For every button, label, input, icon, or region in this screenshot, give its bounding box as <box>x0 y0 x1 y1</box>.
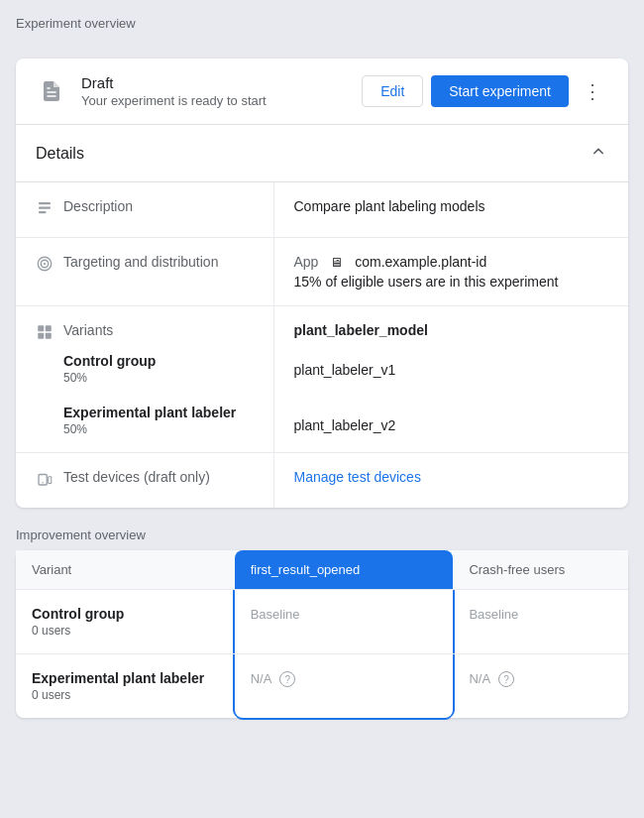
crash-free-col-header: Crash-free users <box>453 550 628 590</box>
targeting-label: Targeting and distribution <box>36 254 254 277</box>
first-result-col-header: first_result_opened <box>235 550 454 590</box>
svg-point-5 <box>44 263 46 265</box>
control-model-value: plant_labeler_v1 <box>294 362 609 378</box>
details-table: Description Compare plant labeling model… <box>16 182 628 508</box>
targeting-info: App 🖥 com.example.plant-id 15% of eligib… <box>294 254 609 290</box>
experimental-model-value: plant_labeler_v2 <box>294 417 609 433</box>
draft-actions: Edit Start experiment ⋮ <box>362 75 608 107</box>
targeting-label-text: Targeting and distribution <box>63 254 218 270</box>
details-title: Details <box>36 145 84 163</box>
draft-subtitle: Your experiment is ready to start <box>81 93 348 108</box>
collapse-icon[interactable] <box>589 141 608 166</box>
experimental-group-row-users: 0 users <box>32 688 219 702</box>
distribution-text: 15% of eligible users are in this experi… <box>294 274 609 290</box>
app-info: App 🖥 com.example.plant-id <box>294 254 609 270</box>
experimental-group-percent: 50% <box>63 422 254 436</box>
experiment-overview-label: Experiment overview <box>16 16 628 31</box>
control-first-result-cell: Baseline <box>235 590 454 654</box>
variants-label-text: Variants <box>63 322 113 338</box>
svg-rect-1 <box>39 207 51 209</box>
control-group-percent: 50% <box>63 371 254 385</box>
test-devices-label-text: Test devices (draft only) <box>63 469 210 485</box>
experimental-group-row-name: Experimental plant labeler <box>32 670 219 686</box>
variant-groups-left: Control group 50% Experimental plant lab… <box>36 353 254 436</box>
more-options-button[interactable]: ⋮ <box>577 75 608 107</box>
control-crash-free-cell: Baseline <box>453 590 628 654</box>
control-group-info: Control group 50% <box>63 353 254 385</box>
experimental-group-value: plant_labeler_v2 <box>294 417 609 433</box>
experimental-group-cell: Experimental plant labeler 0 users <box>16 654 235 719</box>
test-devices-row: Test devices (draft only) Manage test de… <box>16 453 628 509</box>
svg-rect-8 <box>38 333 44 339</box>
svg-rect-6 <box>38 325 44 331</box>
variants-label: Variants <box>36 322 254 345</box>
experimental-crash-free-help-icon[interactable]: ? <box>498 671 514 687</box>
control-group-name: Control group <box>63 353 254 369</box>
control-group-cell: Control group 0 users <box>16 590 235 654</box>
experiment-card: Draft Your experiment is ready to start … <box>16 58 628 508</box>
test-devices-label: Test devices (draft only) <box>36 469 254 492</box>
control-first-result-value: Baseline <box>251 607 300 622</box>
improvement-table-wrapper: Variant first_result_opened Crash-free u… <box>16 550 628 718</box>
experimental-first-result-value: N/A <box>251 671 272 686</box>
draft-text: Draft Your experiment is ready to start <box>81 74 348 108</box>
svg-rect-11 <box>49 477 52 484</box>
experimental-crash-free-cell: N/A ? <box>453 654 628 719</box>
improvement-table: Variant first_result_opened Crash-free u… <box>16 550 628 718</box>
experimental-first-result-cell: N/A ? <box>235 654 454 719</box>
svg-point-12 <box>42 482 44 484</box>
targeting-row: Targeting and distribution App 🖥 com.exa… <box>16 238 628 306</box>
test-devices-icon <box>36 470 54 492</box>
draft-banner: Draft Your experiment is ready to start … <box>16 58 628 124</box>
experimental-crash-free-value: N/A <box>469 671 490 686</box>
description-icon <box>36 199 54 221</box>
edit-button[interactable]: Edit <box>362 75 423 107</box>
details-header: Details <box>16 124 628 182</box>
description-label-text: Description <box>63 198 133 214</box>
experimental-first-result-help-icon[interactable]: ? <box>279 671 295 687</box>
start-experiment-button[interactable]: Start experiment <box>431 75 569 107</box>
experimental-group-info: Experimental plant labeler 50% <box>63 405 254 436</box>
svg-rect-0 <box>39 202 51 204</box>
description-label: Description <box>36 198 254 221</box>
draft-title: Draft <box>81 74 348 91</box>
svg-rect-9 <box>46 333 52 339</box>
control-group-row-users: 0 users <box>32 624 219 638</box>
app-icon: 🖥 <box>330 255 343 270</box>
experimental-group-name: Experimental plant labeler <box>63 405 254 420</box>
variants-icon <box>36 323 54 345</box>
improvement-overview-label: Improvement overview <box>16 527 628 542</box>
targeting-icon <box>36 255 54 277</box>
description-row: Description Compare plant labeling model… <box>16 182 628 238</box>
description-value: Compare plant labeling models <box>273 182 628 238</box>
variants-row: Variants Control group 50% Experimental … <box>16 306 628 453</box>
variant-column-header: plant_labeler_model <box>294 322 609 338</box>
control-group-row: Control group 0 users Baseline Baseline <box>16 590 628 654</box>
control-group-value: plant_labeler_v1 <box>294 362 609 378</box>
improvement-overview-section: Improvement overview Variant first_resul… <box>16 527 628 718</box>
svg-rect-2 <box>39 211 47 213</box>
app-id: com.example.plant-id <box>355 254 486 270</box>
control-group-row-name: Control group <box>32 606 219 622</box>
variant-col-header: Variant <box>16 550 235 590</box>
svg-rect-7 <box>46 325 52 331</box>
control-crash-free-value: Baseline <box>469 607 518 622</box>
experimental-group-row: Experimental plant labeler 0 users N/A ?… <box>16 654 628 719</box>
manage-test-devices-link[interactable]: Manage test devices <box>294 469 421 485</box>
draft-icon <box>36 75 67 107</box>
